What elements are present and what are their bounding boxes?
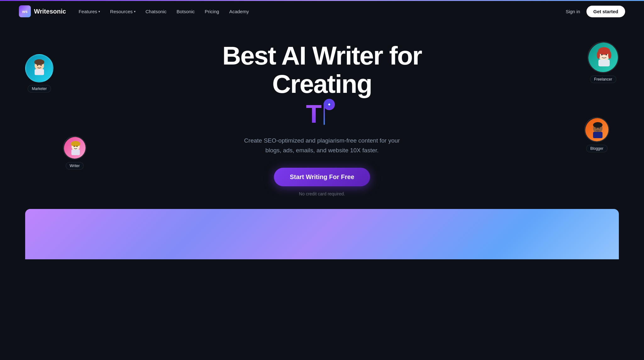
- logo[interactable]: ws Writesonic: [19, 5, 66, 17]
- navbar: ws Writesonic Features ▾ Resources ▾ Cha…: [0, 0, 644, 23]
- avatar-writer-label: Writer: [66, 162, 84, 170]
- logo-icon: ws: [19, 5, 31, 17]
- svg-rect-2: [35, 69, 44, 75]
- svg-point-17: [608, 51, 611, 59]
- chevron-down-icon: ▾: [98, 10, 100, 13]
- svg-rect-14: [598, 59, 610, 66]
- avatar-blogger: Blogger: [584, 117, 609, 152]
- svg-point-25: [599, 127, 600, 129]
- get-started-button[interactable]: Get started: [586, 6, 625, 17]
- svg-point-16: [597, 51, 600, 59]
- nav-botsonic[interactable]: Botsonic: [176, 9, 195, 14]
- nav-resources[interactable]: Resources ▾: [110, 9, 136, 14]
- svg-rect-22: [593, 132, 602, 138]
- avatar-freelancer-label: Freelancer: [590, 76, 616, 83]
- svg-point-19: [606, 54, 607, 55]
- svg-point-5: [41, 65, 42, 66]
- svg-rect-8: [71, 149, 80, 155]
- nav-chatsonic[interactable]: Chatsonic: [146, 9, 167, 14]
- sign-in-link[interactable]: Sign in: [566, 9, 580, 14]
- svg-point-3: [34, 59, 44, 65]
- avatar-freelancer-image: [587, 42, 619, 73]
- ai-badge: [324, 99, 335, 110]
- chevron-down-icon: ▾: [134, 10, 136, 13]
- nav-academy[interactable]: Academy: [229, 9, 249, 14]
- avatar-marketer-image: [25, 54, 53, 82]
- logo-text: Writesonic: [34, 8, 66, 15]
- svg-point-23: [593, 122, 602, 128]
- svg-point-18: [601, 54, 602, 55]
- svg-point-10: [74, 146, 75, 147]
- avatar-blogger-image: [584, 117, 609, 142]
- hero-title: Best AI Writer for Creating: [180, 42, 464, 98]
- avatar-blogger-label: Blogger: [586, 145, 607, 152]
- gradient-section: [25, 209, 619, 259]
- no-credit-text: No credit card required.: [299, 191, 345, 196]
- typing-animation: T: [306, 101, 338, 127]
- svg-point-15: [598, 47, 610, 55]
- hero-section: Marketer: [0, 23, 644, 209]
- avatar-freelancer: Freelancer: [587, 42, 619, 83]
- avatar-marketer-label: Marketer: [28, 85, 51, 93]
- nav-right: Sign in Get started: [566, 6, 625, 17]
- avatar-writer: Writer: [63, 136, 86, 170]
- top-progress-bar: [0, 0, 644, 1]
- svg-point-11: [76, 146, 78, 147]
- typing-char: T: [306, 101, 322, 127]
- hero-subtitle: Create SEO-optimized and plagiarism-free…: [240, 136, 404, 155]
- nav-left: ws Writesonic Features ▾ Resources ▾ Cha…: [19, 5, 249, 17]
- cta-button[interactable]: Start Writing For Free: [274, 168, 370, 186]
- svg-point-4: [37, 65, 38, 66]
- avatar-marketer: Marketer: [25, 54, 53, 93]
- svg-point-27: [329, 104, 330, 105]
- nav-pricing[interactable]: Pricing: [205, 9, 219, 14]
- svg-point-9: [71, 141, 80, 147]
- avatar-writer-image: [63, 136, 86, 160]
- nav-links: Features ▾ Resources ▾ Chatsonic Botsoni…: [79, 9, 249, 14]
- svg-point-24: [596, 127, 597, 129]
- nav-features[interactable]: Features ▾: [79, 9, 100, 14]
